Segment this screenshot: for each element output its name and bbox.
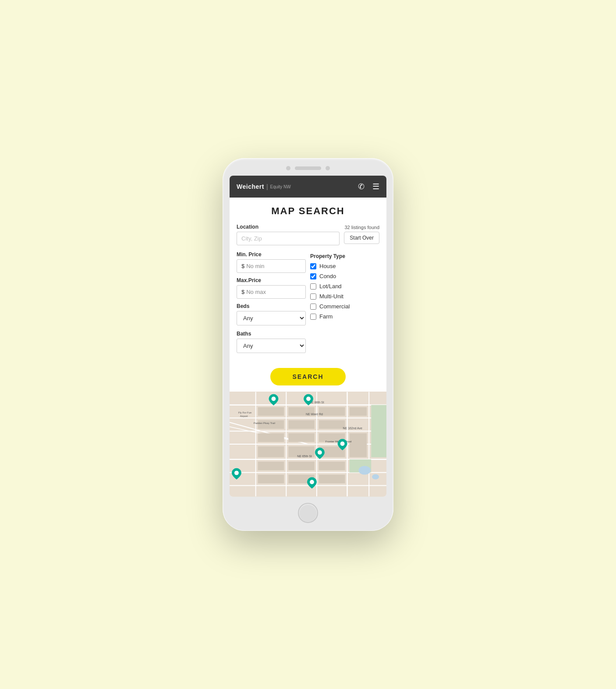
- phone-camera-2: [326, 166, 330, 170]
- checkbox-multi-unit-label: Multi-Unit: [319, 293, 343, 300]
- svg-rect-29: [258, 462, 284, 470]
- property-type-label: Property Type: [310, 253, 379, 259]
- svg-point-47: [271, 397, 276, 401]
- left-fields: Min. Price $ No min Max.Price $ No max: [237, 251, 306, 358]
- phone-top-bar: [230, 166, 386, 170]
- checkbox-lot-land[interactable]: Lot/Land: [310, 283, 379, 290]
- checkbox-multi-unit[interactable]: Multi-Unit: [310, 293, 379, 300]
- max-price-group: Max.Price $ No max: [237, 277, 306, 299]
- location-row: Location 32 listings found Start Over: [237, 224, 379, 245]
- checkbox-farm-label: Farm: [319, 313, 333, 320]
- baths-select[interactable]: Any 1+ 2+ 3+: [237, 339, 306, 353]
- svg-rect-25: [258, 446, 284, 457]
- location-field-group: Location: [237, 224, 340, 245]
- phone-home-button[interactable]: [298, 503, 318, 523]
- svg-point-38: [372, 474, 379, 480]
- min-price-label: Min. Price: [237, 251, 306, 258]
- svg-rect-22: [258, 433, 284, 442]
- checkbox-multi-unit-input[interactable]: [310, 293, 316, 300]
- svg-text:NE Ward Rd: NE Ward Rd: [306, 413, 323, 416]
- baths-group: Baths Any 1+ 2+ 3+: [237, 331, 306, 353]
- svg-rect-31: [319, 462, 345, 470]
- search-btn-container: SEARCH: [237, 364, 379, 392]
- svg-text:NE 65th St: NE 65th St: [297, 455, 312, 458]
- svg-rect-15: [258, 407, 284, 416]
- phone-camera: [286, 166, 290, 170]
- svg-rect-23: [288, 433, 315, 442]
- min-price-group: Min. Price $ No min: [237, 251, 306, 273]
- app-header: Weichert | Equity NW ✆ ☰: [230, 176, 386, 198]
- start-over-button[interactable]: Start Over: [344, 232, 379, 244]
- location-input[interactable]: [237, 232, 340, 245]
- min-price-value: No min: [246, 263, 264, 269]
- svg-rect-36: [371, 405, 386, 457]
- baths-label: Baths: [237, 331, 306, 337]
- menu-icon[interactable]: ☰: [372, 182, 379, 191]
- brand-divider: |: [266, 183, 268, 190]
- svg-text:NE 162nd Ave: NE 162nd Ave: [343, 427, 362, 430]
- svg-rect-19: [319, 407, 345, 416]
- map-container[interactable]: NE 88th St NE 162nd Ave NE Ward Rd Padde…: [230, 392, 386, 497]
- svg-point-52: [310, 480, 314, 484]
- property-type-group: Property Type House Condo: [310, 251, 379, 358]
- phone-screen: Weichert | Equity NW ✆ ☰ MAP SEARCH Loca…: [230, 176, 386, 497]
- page-title: MAP SEARCH: [237, 205, 379, 217]
- checkbox-commercial[interactable]: Commercial: [310, 303, 379, 310]
- checkbox-commercial-input[interactable]: [310, 304, 316, 310]
- svg-point-51: [234, 471, 239, 475]
- checkbox-farm[interactable]: Farm: [310, 313, 379, 320]
- checkbox-house-label: House: [319, 263, 336, 269]
- checkbox-condo-label: Condo: [319, 273, 336, 279]
- checkbox-house[interactable]: House: [310, 263, 379, 269]
- app-content: MAP SEARCH Location 32 listings found St…: [230, 198, 386, 392]
- checkbox-group: House Condo Lot/Land: [310, 263, 379, 320]
- checkbox-house-input[interactable]: [310, 263, 316, 269]
- checkbox-condo-input[interactable]: [310, 273, 316, 279]
- max-price-input[interactable]: $ No max: [237, 285, 306, 299]
- svg-point-48: [306, 397, 311, 401]
- svg-point-37: [358, 466, 371, 475]
- listings-count: 32 listings found: [345, 225, 380, 230]
- svg-rect-34: [319, 475, 345, 484]
- brand-logo: Weichert | Equity NW: [237, 183, 291, 190]
- min-price-dollar: $: [241, 263, 244, 269]
- svg-rect-32: [258, 475, 284, 484]
- svg-rect-21: [349, 407, 367, 416]
- beds-label: Beds: [237, 303, 306, 309]
- location-right: 32 listings found Start Over: [344, 224, 379, 244]
- max-price-label: Max.Price: [237, 277, 306, 283]
- max-price-dollar: $: [241, 289, 244, 295]
- svg-rect-18: [288, 420, 315, 429]
- checkbox-lot-land-input[interactable]: [310, 283, 316, 290]
- checkbox-farm-input[interactable]: [310, 314, 316, 320]
- max-price-value: No max: [246, 289, 266, 295]
- search-button[interactable]: SEARCH: [270, 368, 345, 385]
- svg-text:Airport: Airport: [240, 415, 248, 417]
- brand-equity: Equity NW: [270, 184, 291, 189]
- brand-weichert: Weichert: [237, 183, 264, 190]
- svg-text:Fly For Fun: Fly For Fun: [238, 411, 251, 414]
- min-price-input[interactable]: $ No min: [237, 259, 306, 273]
- svg-rect-28: [349, 433, 367, 457]
- checkbox-lot-land-label: Lot/Land: [319, 283, 342, 290]
- svg-rect-30: [288, 462, 315, 470]
- svg-point-50: [318, 450, 322, 455]
- phone-frame: Weichert | Equity NW ✆ ☰ MAP SEARCH Loca…: [223, 158, 393, 531]
- checkbox-condo[interactable]: Condo: [310, 273, 379, 279]
- phone-speaker: [295, 166, 321, 170]
- fields-checkboxes-row: Min. Price $ No min Max.Price $ No max: [237, 251, 379, 358]
- svg-point-49: [340, 442, 345, 446]
- beds-select[interactable]: Any 1+ 2+ 3+ 4+: [237, 311, 306, 325]
- location-label: Location: [237, 224, 340, 230]
- phone-bottom-bar: [230, 503, 386, 523]
- phone-icon[interactable]: ✆: [358, 182, 365, 191]
- beds-group: Beds Any 1+ 2+ 3+ 4+: [237, 303, 306, 325]
- checkbox-commercial-label: Commercial: [319, 303, 350, 310]
- map-svg: NE 88th St NE 162nd Ave NE Ward Rd Padde…: [230, 392, 386, 497]
- svg-rect-20: [319, 420, 345, 429]
- svg-text:Padden Pkwy Trail: Padden Pkwy Trail: [254, 422, 275, 424]
- header-icons: ✆ ☰: [358, 182, 379, 191]
